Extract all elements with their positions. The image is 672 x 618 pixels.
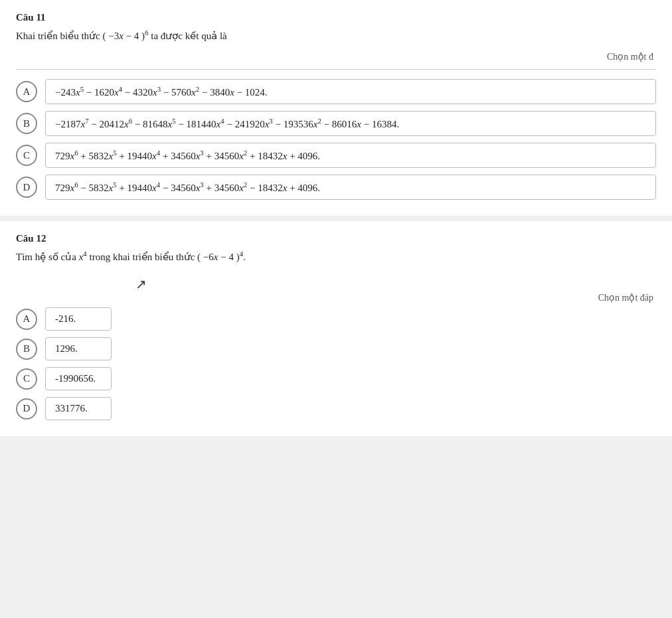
cursor-icon: ↗ [135,276,147,292]
option-11-b-circle[interactable]: B [16,113,37,134]
question-11-text: Khai triển biểu thức ( −3x − 4 )6 ta đượ… [16,29,656,42]
question-12-options: A -216. B 1296. C -1990656. D [16,307,656,420]
option-11-c-row[interactable]: C 729x6 + 5832x5 + 19440x4 + 34560x3 + 3… [16,143,656,168]
option-11-c-circle[interactable]: C [16,145,37,166]
option-12-b-box[interactable]: 1296. [45,337,112,360]
question-12-text: Tìm hệ số của x4 trong khai triển biểu t… [16,250,656,263]
option-11-a-box[interactable]: −243x5 − 1620x4 − 4320x3 − 5760x2 − 3840… [45,79,656,104]
option-12-d-box[interactable]: 331776. [45,397,112,420]
option-12-a-box[interactable]: -216. [45,307,112,331]
option-12-c-box[interactable]: -1990656. [45,367,112,390]
question-11-chon-mot: Chọn một đ [16,51,656,62]
page: Câu 11 Khai triển biểu thức ( −3x − 4 )6… [0,0,672,618]
option-12-d-circle[interactable]: D [16,398,37,420]
option-12-a-row[interactable]: A -216. [16,307,656,331]
question-11-options: A −243x5 − 1620x4 − 4320x3 − 5760x2 − 38… [16,79,656,200]
option-11-d-box[interactable]: 729x6 − 5832x5 + 19440x4 − 34560x3 + 345… [45,175,656,200]
question-12-chon-mot: Chọn một đáp [16,292,656,303]
cursor-area: ↗ [16,272,656,292]
option-11-c-box[interactable]: 729x6 + 5832x5 + 19440x4 + 34560x3 + 345… [45,143,656,168]
option-11-a-row[interactable]: A −243x5 − 1620x4 − 4320x3 − 5760x2 − 38… [16,79,656,104]
option-12-b-circle[interactable]: B [16,339,37,360]
question-12-header: Câu 12 [16,233,656,244]
option-12-b-row[interactable]: B 1296. [16,337,656,360]
question-11-section: Câu 11 Khai triển biểu thức ( −3x − 4 )6… [0,0,672,216]
option-11-d-row[interactable]: D 729x6 − 5832x5 + 19440x4 − 34560x3 + 3… [16,175,656,200]
option-12-c-circle[interactable]: C [16,368,37,390]
option-11-b-row[interactable]: B −2187x7 − 20412x6 − 81648x5 − 181440x4… [16,111,656,136]
option-12-d-row[interactable]: D 331776. [16,397,656,420]
option-11-b-box[interactable]: −2187x7 − 20412x6 − 81648x5 − 181440x4 −… [45,111,656,136]
question-11-header: Câu 11 [16,12,656,23]
option-11-a-circle[interactable]: A [16,81,37,102]
question-12-section: Câu 12 Tìm hệ số của x4 trong khai triển… [0,221,672,436]
option-11-d-circle[interactable]: D [16,177,37,198]
option-12-c-row[interactable]: C -1990656. [16,367,656,390]
option-12-a-circle[interactable]: A [16,309,37,330]
divider-11 [16,69,656,70]
